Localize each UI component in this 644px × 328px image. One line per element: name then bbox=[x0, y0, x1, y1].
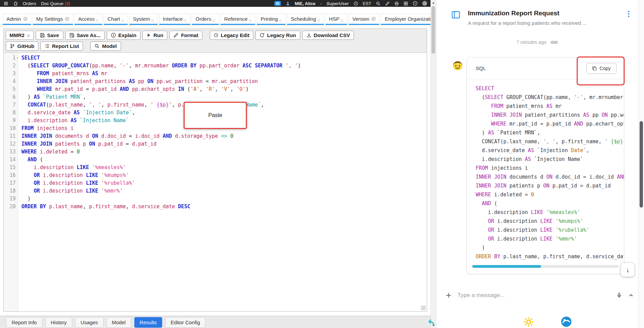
run-icon bbox=[147, 33, 151, 37]
model-button[interactable]: Model bbox=[90, 42, 121, 51]
bottom-tab-editor-config[interactable]: Editor Config bbox=[165, 317, 206, 328]
tab-orders[interactable]: Orders bbox=[192, 14, 219, 25]
user-icon bbox=[286, 1, 290, 6]
report-list-button[interactable]: Report List bbox=[40, 42, 83, 51]
pencil-icon[interactable] bbox=[385, 1, 390, 6]
run-button[interactable]: Run bbox=[142, 31, 167, 40]
floppy2-icon bbox=[69, 33, 74, 38]
line-number: 6 bbox=[4, 93, 16, 101]
tab-printing[interactable]: Printing bbox=[257, 14, 286, 25]
sun-logo-icon[interactable] bbox=[524, 317, 534, 327]
right-scrollbar-thumb[interactable] bbox=[640, 121, 643, 208]
bottom-tab-history[interactable]: History bbox=[45, 317, 72, 328]
slash-circle-icon bbox=[121, 19, 124, 22]
tab-interface[interactable]: Interface bbox=[159, 14, 190, 25]
save-button[interactable]: Save bbox=[36, 31, 63, 40]
search-icon[interactable] bbox=[376, 1, 380, 6]
code-line: FROM patient_mrns AS mr bbox=[21, 70, 427, 78]
legacy-run-button[interactable]: Legacy Run bbox=[255, 31, 300, 40]
doc-queue-link[interactable]: Doc Queue(3) bbox=[41, 1, 70, 6]
clock-icon bbox=[214, 33, 218, 37]
tab-system[interactable]: System bbox=[129, 14, 158, 25]
message-input[interactable] bbox=[457, 292, 610, 299]
tab-chart[interactable]: Chart bbox=[104, 14, 128, 25]
code-line: i.description AS `Injection Name` bbox=[476, 155, 624, 164]
left-scrollbar[interactable]: ▲ ▼ bbox=[430, 0, 436, 328]
report-name-menu[interactable]: MMR2 » bbox=[6, 31, 34, 40]
home-icon[interactable] bbox=[13, 1, 18, 6]
chat-code: SELECT (SELECT GROUP_CONCAT(pp.name, '-'… bbox=[467, 79, 624, 261]
legacy-edit-button[interactable]: Legacy Edit bbox=[210, 31, 253, 40]
github-button[interactable]: GitHub bbox=[6, 42, 38, 51]
tab-access[interactable]: Access bbox=[74, 14, 102, 25]
report-editor-panel: MMR2 » SaveSave As...ExplainRunFormatLeg… bbox=[3, 29, 427, 312]
line-number: 5 bbox=[4, 85, 16, 93]
line-number: 7 bbox=[4, 101, 16, 109]
tab-admin[interactable]: Admin bbox=[3, 14, 31, 25]
timestamp-row: 7 minutes ago bbox=[436, 39, 638, 45]
sql-editor[interactable]: 1▾234567891011121314151617181920 SELECT … bbox=[4, 53, 427, 311]
message-timestamp: 7 minutes ago bbox=[516, 39, 546, 45]
download-csv-button[interactable]: Download CSV bbox=[302, 31, 354, 40]
info-icon bbox=[111, 33, 116, 38]
scroll-up-arrow-icon[interactable]: ▲ bbox=[431, 1, 436, 4]
fold-arrow-icon[interactable]: ▾ bbox=[17, 54, 18, 62]
tab-employer-organizations[interactable]: Employer Organizations bbox=[381, 14, 430, 25]
left-scrollbar-thumb[interactable] bbox=[431, 6, 435, 54]
copy-icon bbox=[592, 66, 597, 71]
line-number: 15 bbox=[4, 164, 16, 171]
microphone-icon[interactable] bbox=[616, 293, 622, 298]
scroll-to-bottom-button[interactable]: ↓ bbox=[621, 263, 634, 277]
tab-scheduling[interactable]: Scheduling bbox=[287, 14, 324, 25]
globe-icon[interactable] bbox=[394, 1, 399, 6]
line-number: 18 bbox=[4, 187, 16, 195]
bottom-tab-usages[interactable]: Usages bbox=[75, 317, 103, 328]
line-number: 16 bbox=[4, 171, 16, 179]
format-button[interactable]: Format bbox=[169, 31, 202, 40]
editor-code[interactable]: SELECT (SELECT GROUP_CONCAT(pp.name, '-'… bbox=[18, 53, 427, 311]
slash-circle-icon bbox=[184, 19, 187, 22]
floppy-icon bbox=[40, 33, 45, 38]
copy-button[interactable]: Copy bbox=[586, 63, 616, 74]
orders-link[interactable]: Orders bbox=[23, 1, 36, 6]
right-scrollbar[interactable] bbox=[638, 0, 644, 328]
profile-circle[interactable] bbox=[422, 1, 427, 6]
line-number: 9 bbox=[4, 117, 16, 125]
editor-toolbar: MMR2 » SaveSave As...ExplainRunFormatLeg… bbox=[4, 29, 427, 53]
code-line: ORDER BY p.last_name, p.first_name, d.se… bbox=[21, 203, 427, 211]
code-line: FROM injections i bbox=[476, 164, 624, 173]
code-line: SELECT bbox=[21, 54, 427, 62]
bottom-tab-report-info[interactable]: Report Info bbox=[6, 317, 42, 328]
code-line: INNER JOIN patients p ON p.pat_id = d.pa… bbox=[21, 140, 427, 148]
doc-queue-count: (3) bbox=[65, 1, 70, 6]
tab-my-settings[interactable]: My Settings bbox=[33, 14, 73, 25]
cycle-icon bbox=[259, 33, 265, 38]
line-number: 13 bbox=[4, 148, 16, 156]
paste-button[interactable]: Paste bbox=[184, 102, 247, 129]
hamburger-menu-icon[interactable] bbox=[3, 1, 9, 6]
side-panel-icon[interactable] bbox=[451, 10, 460, 19]
attach-plus-button[interactable]: + bbox=[446, 291, 451, 300]
kebab-menu-icon[interactable] bbox=[627, 10, 630, 18]
resize-grip[interactable] bbox=[421, 306, 426, 310]
tab-version[interactable]: Version bbox=[349, 14, 379, 25]
explain-button[interactable]: Explain bbox=[107, 31, 140, 40]
tab-reference[interactable]: Reference bbox=[220, 14, 255, 25]
user-separator: - bbox=[320, 1, 322, 6]
save-as-button[interactable]: Save As... bbox=[65, 31, 105, 40]
bottom-tab-results[interactable]: Results bbox=[134, 317, 162, 328]
calculator-icon[interactable] bbox=[404, 1, 408, 6]
svg-text:?: ? bbox=[414, 2, 416, 5]
bottom-tab-model[interactable]: Model bbox=[106, 317, 131, 328]
toolbar-row1: MMR2 » SaveSave As...ExplainRunFormatLeg… bbox=[6, 31, 425, 40]
ai-badge[interactable]: AI bbox=[274, 1, 281, 6]
tab-hsp[interactable]: HSP bbox=[325, 14, 348, 25]
chevron-up-icon[interactable] bbox=[629, 293, 633, 298]
code-line: AND ( bbox=[476, 199, 624, 208]
slash-circle-icon bbox=[23, 17, 28, 21]
code-line: ) AS `Patient MRN`, bbox=[21, 93, 427, 101]
help-icon[interactable]: ? bbox=[413, 1, 418, 6]
code-line: OR i.description LIKE '%rubella%' bbox=[21, 179, 427, 187]
slash-circle-icon bbox=[317, 19, 320, 22]
blue-circle-logo[interactable] bbox=[561, 316, 572, 327]
